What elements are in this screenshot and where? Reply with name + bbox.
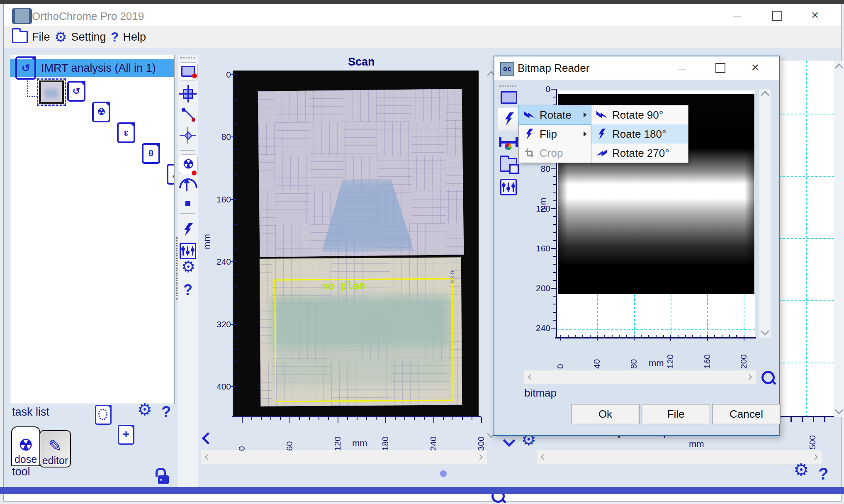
process-tool[interactable]: [179, 221, 197, 239]
right-hscrollbar[interactable]: [536, 450, 822, 465]
title-bar[interactable]: OrthoChrome Pro 2019: [4, 4, 841, 26]
select-document-icon[interactable]: [95, 405, 112, 425]
bitmap-scroll-up[interactable]: [761, 91, 769, 100]
small-square-icon: [185, 201, 190, 206]
right-scroll-right[interactable]: [812, 454, 818, 460]
pencil-icon: ✎: [48, 437, 62, 455]
task-item-dose[interactable]: ☢: [92, 102, 110, 122]
scan-hscrollbar[interactable]: [200, 450, 487, 465]
screen: OrthoChrome Pro 2019 File ⚙ Setting ? He…: [0, 0, 844, 504]
bitmap-scroll-left[interactable]: [528, 374, 534, 380]
right-scroll-up[interactable]: [835, 63, 844, 72]
bitmap-hscrollbar[interactable]: [523, 370, 756, 384]
bottom-right-help[interactable]: ?: [818, 465, 828, 483]
dialog-maximize[interactable]: [710, 61, 729, 74]
submenu-item-rotate-90[interactable]: Rotate 90°: [591, 105, 688, 124]
film-bottom: no plan 0-3.6: [260, 257, 462, 406]
dialog-scanner-tool[interactable]: [499, 133, 518, 152]
tab-editor[interactable]: ✎ editor: [39, 430, 71, 467]
tick: [309, 417, 310, 420]
window-title: OrthoChrome Pro 2019: [32, 10, 144, 23]
dialog-toolbar-grip[interactable]: [499, 85, 516, 87]
rotate-270-icon: [596, 149, 608, 157]
right-scroll-left[interactable]: [541, 454, 547, 460]
bitmap-x-axis: [555, 337, 756, 338]
collapse-left-chevron[interactable]: [204, 434, 212, 444]
scan-chart-title: Scan: [348, 56, 375, 68]
menu-item-crop[interactable]: Crop: [519, 144, 591, 163]
dialog-select-tool[interactable]: [499, 90, 518, 105]
right-vscrollbar[interactable]: [834, 61, 844, 417]
dialog-minimize[interactable]: [673, 61, 692, 74]
scanner-rgb-icon: [499, 137, 518, 147]
file-button[interactable]: File: [642, 404, 710, 424]
rotate-submenu: Rotate 90° Roate 180° Rotate 270°: [591, 105, 688, 163]
chart-settings-icon[interactable]: ⚙: [181, 261, 195, 273]
square-marker-tool[interactable]: [179, 85, 197, 103]
scan-ylabel: mm: [202, 234, 213, 249]
right-plot[interactable]: [778, 61, 834, 417]
expand-down-chevron[interactable]: [505, 436, 513, 447]
menu-bar: File ⚙ Setting ? Help: [4, 26, 841, 49]
add-document-icon[interactable]: +: [118, 425, 134, 445]
dialog-lightning-icon: [504, 112, 514, 126]
tool-label: tool: [12, 465, 30, 478]
tick: [261, 417, 262, 420]
task-item-theta[interactable]: θ: [142, 143, 160, 164]
tick: 60: [285, 424, 294, 451]
menu-setting[interactable]: ⚙ Setting: [54, 29, 106, 45]
scroll-right-arrow[interactable]: [477, 454, 483, 460]
menu-help[interactable]: ? Help: [111, 29, 146, 45]
tick: 0: [204, 70, 231, 80]
bitmap-scroll-right[interactable]: [746, 374, 752, 380]
crop-icon: [525, 149, 534, 158]
scan-plot[interactable]: no plan 0-3.6: [233, 71, 479, 417]
point-marker-tool[interactable]: [179, 198, 197, 208]
bitmap-zoom-icon[interactable]: [761, 371, 775, 384]
menu-item-flip[interactable]: Flip: [519, 124, 591, 144]
dialog-process-tool[interactable]: [498, 108, 520, 130]
point-tool[interactable]: [180, 126, 196, 144]
task-help-icon[interactable]: ?: [161, 403, 171, 421]
dialog-close[interactable]: [746, 61, 765, 74]
task-gear-icon[interactable]: ⚙: [137, 403, 152, 416]
task-row-imrt[interactable]: ↺ IMRT analysis (All in 1): [10, 59, 174, 77]
right-scroll-down[interactable]: [835, 406, 844, 414]
menu-item-rotate[interactable]: Rotate: [519, 105, 591, 124]
app-icon: [12, 8, 32, 24]
bitmap-vscrollbar[interactable]: [759, 89, 771, 338]
cancel-button[interactable]: Cancel: [712, 404, 781, 424]
line-profile-tool[interactable]: [180, 106, 196, 123]
unlock-icon-body[interactable]: [158, 475, 169, 484]
maximize-button[interactable]: [767, 9, 786, 22]
task-item-angle[interactable]: ∠: [167, 164, 175, 185]
select-region-tool[interactable]: [179, 62, 198, 80]
folder-save-icon: [500, 158, 517, 172]
tick: [251, 417, 252, 420]
task-item-epsilon[interactable]: ε: [117, 122, 135, 143]
dialog-open-save-tool[interactable]: [499, 155, 518, 174]
dialog-levels-tool[interactable]: [499, 178, 518, 197]
task-item-film[interactable]: ↺: [67, 81, 85, 102]
scan-thumbnail[interactable]: [37, 78, 66, 106]
minimize-button[interactable]: [727, 9, 747, 22]
profile-arch-tool[interactable]: [179, 178, 197, 195]
chart-help-icon[interactable]: ?: [183, 281, 192, 299]
oc-icon: oc: [500, 62, 514, 76]
dialog-title-bar[interactable]: oc Bitmap Reader: [494, 56, 779, 80]
submenu-item-rotate-270[interactable]: Rotate 270°: [591, 144, 688, 163]
submenu-item-rotate-180[interactable]: Roate 180°: [591, 124, 688, 144]
tab-dose[interactable]: ☢ dose: [11, 426, 40, 466]
panel-splitter[interactable]: [176, 237, 178, 299]
levels-tool[interactable]: [179, 242, 197, 260]
toolbar-grip[interactable]: [180, 57, 195, 58]
scroll-left-arrow[interactable]: [205, 454, 211, 460]
bitmap-scroll-down[interactable]: [761, 327, 769, 336]
close-button[interactable]: [805, 9, 825, 22]
ok-button[interactable]: Ok: [571, 404, 640, 424]
dose-overlay-tool[interactable]: ☢: [179, 154, 198, 174]
bottom-right-gear[interactable]: ⚙: [793, 464, 809, 476]
bitmap-gridline-v: [634, 294, 635, 338]
menu-file[interactable]: File: [12, 29, 50, 45]
submenu-arrow-icon: [584, 112, 587, 117]
